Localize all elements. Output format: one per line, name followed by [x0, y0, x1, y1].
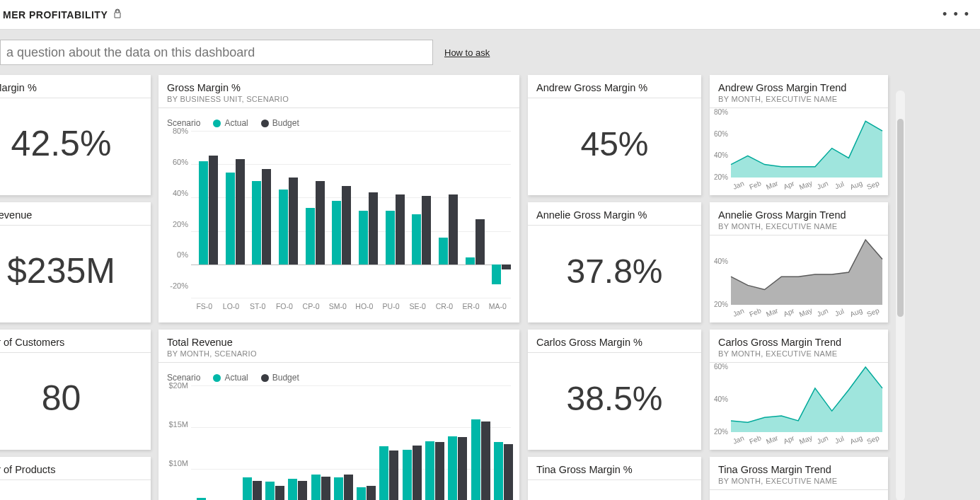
svg-text:Mar: Mar	[765, 179, 780, 190]
tile-subtitle: BY MONTH, EXECUTIVE NAME	[718, 477, 880, 485]
tile-subtitle: BY MONTH, EXECUTIVE NAME	[718, 349, 880, 358]
svg-text:Jul: Jul	[834, 307, 845, 318]
legend-item-budget: Budget	[261, 118, 299, 128]
more-icon[interactable]: • • •	[942, 7, 970, 22]
svg-text:Aug: Aug	[849, 306, 864, 318]
svg-text:Mar: Mar	[765, 306, 780, 318]
svg-text:Jul: Jul	[834, 180, 845, 190]
svg-text:Jul: Jul	[834, 434, 845, 445]
tile-title: nber of Products	[0, 464, 142, 475]
scrollbar-thumb[interactable]	[897, 119, 904, 317]
tile-subtitle: BY MONTH, EXECUTIVE NAME	[718, 222, 880, 231]
svg-text:40%: 40%	[714, 395, 728, 403]
tile-title: Andrew Gross Margin %	[536, 82, 693, 93]
tile-tina-gm[interactable]: Tina Gross Margin %	[528, 457, 701, 500]
svg-text:May: May	[798, 179, 814, 190]
svg-text:60%: 60%	[714, 363, 728, 371]
kpi-value: 42.5%	[0, 98, 151, 189]
tile-subtitle: BY MONTH, EXECUTIVE NAME	[718, 95, 880, 103]
lock-icon	[113, 8, 122, 21]
svg-text:Aug: Aug	[849, 179, 864, 190]
tile-title: Tina Gross Margin Trend	[718, 464, 880, 475]
svg-text:Feb: Feb	[748, 306, 763, 318]
tile-subtitle: BY BUSINESS UNIT, SCENARIO	[167, 95, 511, 103]
kpi-value: 37.8%	[528, 226, 701, 316]
tile-products[interactable]: nber of Products	[0, 457, 151, 500]
kpi-value: 80	[0, 353, 151, 443]
tile-title: Carlos Gross Margin Trend	[718, 337, 880, 348]
chart-annelie-trend: 20%40%JanFebMarAprMayJunJulAugSep	[710, 236, 888, 318]
tile-title: al Revenue	[0, 209, 142, 221]
tile-subtitle: BY MONTH, SCENARIO	[167, 349, 511, 358]
kpi-value: 38.5%	[528, 353, 701, 443]
tile-title: Annelie Gross Margin %	[536, 209, 693, 221]
tile-title: nber of Customers	[0, 337, 142, 348]
tile-title: Andrew Gross Margin Trend	[718, 82, 880, 93]
svg-text:Apr: Apr	[783, 306, 796, 318]
svg-text:20%: 20%	[714, 428, 728, 436]
svg-text:60%: 60%	[714, 130, 728, 138]
chart-andrew-trend: 20%40%60%80%JanFebMarAprMayJunJulAugSep	[710, 108, 888, 190]
tile-title: Carlos Gross Margin %	[536, 337, 693, 348]
tile-title: Annelie Gross Margin Trend	[718, 209, 880, 221]
tile-title: Tina Gross Margin %	[536, 464, 693, 475]
dashboard-scrollbar[interactable]	[896, 91, 905, 500]
tile-tina-trend[interactable]: Tina Gross Margin Trend BY MONTH, EXECUT…	[710, 457, 888, 500]
tile-annelie-gm[interactable]: Annelie Gross Margin % 37.8%	[528, 202, 701, 322]
legend-item-actual: Actual	[213, 118, 248, 128]
svg-text:Sep: Sep	[865, 434, 880, 445]
chart-carlos-trend: 20%40%60%JanFebMarAprMayJunJulAugSep	[710, 363, 888, 445]
tile-gm-by-bu[interactable]: Gross Margin % BY BUSINESS UNIT, SCENARI…	[158, 75, 519, 322]
chart-legend: Scenario Actual Budget	[167, 112, 511, 131]
tile-total-revenue-overall[interactable]: al Revenue $235M	[0, 202, 151, 322]
svg-text:Jun: Jun	[816, 307, 829, 318]
svg-text:Apr: Apr	[783, 434, 796, 445]
chart-gm-by-bu: -20%0%20%40%60%80%FS-0LO-0ST-0FO-0CP-0SM…	[167, 131, 511, 310]
svg-text:Aug: Aug	[849, 434, 864, 445]
svg-text:Jan: Jan	[732, 180, 745, 190]
tile-customers[interactable]: nber of Customers 80	[0, 330, 151, 450]
svg-text:Feb: Feb	[748, 179, 763, 190]
chart-revenue-by-month: $10M$15M$20MJanFebMarAprMayJunJulAugSepO…	[167, 385, 511, 500]
svg-text:Jan: Jan	[732, 434, 745, 445]
qa-input[interactable]	[0, 40, 433, 65]
how-to-ask-link[interactable]: How to ask	[444, 47, 490, 58]
tile-annelie-trend[interactable]: Annelie Gross Margin Trend BY MONTH, EXE…	[710, 202, 888, 322]
dashboard-title: MER PROFITABILITY	[3, 9, 108, 21]
svg-text:Sep: Sep	[865, 306, 880, 318]
tile-title: Total Revenue	[167, 337, 511, 348]
tile-andrew-gm[interactable]: Andrew Gross Margin % 45%	[528, 75, 701, 195]
tile-carlos-gm[interactable]: Carlos Gross Margin % 38.5%	[528, 330, 701, 450]
svg-text:40%: 40%	[714, 257, 728, 265]
chart-legend: Scenario Actual Budget	[167, 367, 511, 385]
tile-revenue-by-month[interactable]: Total Revenue BY MONTH, SCENARIO Scenari…	[158, 330, 519, 500]
svg-text:Apr: Apr	[783, 179, 796, 190]
app-topbar: MER PROFITABILITY • • •	[0, 0, 980, 30]
kpi-value: 45%	[528, 98, 701, 189]
dashboard-grid: ss Margin % 42.5% al Revenue $235M nber …	[0, 75, 980, 500]
tile-carlos-trend[interactable]: Carlos Gross Margin Trend BY MONTH, EXEC…	[710, 330, 888, 450]
legend-item-budget: Budget	[261, 373, 299, 383]
tile-title: ss Margin %	[0, 82, 142, 93]
svg-text:Mar: Mar	[765, 434, 780, 445]
kpi-value: $235M	[0, 226, 151, 316]
tile-andrew-trend[interactable]: Andrew Gross Margin Trend BY MONTH, EXEC…	[710, 75, 888, 195]
svg-text:May: May	[798, 434, 814, 445]
qa-row: How to ask	[0, 30, 980, 75]
svg-text:Jun: Jun	[816, 434, 829, 445]
svg-text:80%: 80%	[714, 108, 728, 116]
svg-text:Feb: Feb	[748, 434, 763, 445]
svg-text:Jan: Jan	[732, 307, 745, 318]
svg-text:May: May	[798, 306, 814, 318]
tile-gross-margin-overall[interactable]: ss Margin % 42.5%	[0, 75, 151, 195]
svg-text:40%: 40%	[714, 151, 728, 159]
svg-text:Sep: Sep	[865, 179, 880, 190]
legend-item-actual: Actual	[213, 373, 248, 383]
tile-title: Gross Margin %	[167, 82, 511, 93]
svg-text:20%: 20%	[714, 173, 728, 181]
svg-text:Jun: Jun	[816, 180, 829, 190]
svg-text:20%: 20%	[714, 301, 728, 308]
